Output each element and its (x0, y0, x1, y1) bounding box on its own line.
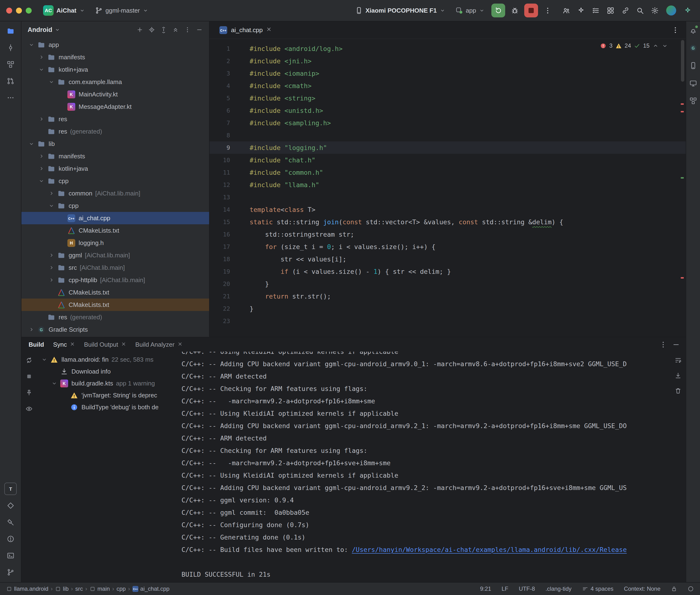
stop-button[interactable] (524, 4, 538, 18)
project-item-cpp[interactable]: cpp (22, 175, 209, 187)
code-line-8[interactable]: 8 (209, 129, 686, 141)
code-line-16[interactable]: 16 std::ostringstream str; (209, 228, 686, 240)
project-item-res[interactable]: res (22, 113, 209, 125)
breadcrumb-ai-chat-cpp[interactable]: C++ai_chat.cpp (133, 586, 170, 592)
code-line-6[interactable]: 6#include <unistd.h> (209, 104, 686, 117)
chevron-right-icon[interactable] (36, 54, 47, 60)
run-configuration-selector[interactable]: app (452, 5, 488, 16)
editor-scrollbar[interactable] (681, 40, 684, 82)
project-item-ggml[interactable]: ggml[AiChat.lib.main] (22, 249, 209, 261)
project-item-cmakelists-txt[interactable]: CMakeLists.txt (22, 224, 209, 237)
chevron-right-icon[interactable] (36, 153, 47, 159)
ai-actions-icon[interactable] (575, 4, 587, 17)
zoom-window-button[interactable] (26, 8, 32, 13)
project-item-res[interactable]: res(generated) (22, 311, 209, 323)
code-line-9[interactable]: 9#include "logging.h" (209, 141, 686, 154)
project-item-res[interactable]: res(generated) (22, 125, 209, 138)
commit-tool-icon[interactable] (4, 41, 17, 54)
search-everywhere-icon[interactable] (634, 4, 646, 17)
project-view-selector[interactable]: Android (28, 26, 52, 34)
structure-tool-icon[interactable] (4, 58, 17, 70)
chevron-down-icon[interactable] (39, 357, 50, 363)
chevron-right-icon[interactable] (46, 190, 57, 196)
scroll-to-end-icon[interactable] (673, 370, 683, 381)
build-window-title[interactable]: Build (29, 341, 44, 348)
code-line-11[interactable]: 11#include "common.h" (209, 166, 686, 178)
hide-build-panel-icon[interactable] (670, 339, 681, 350)
code-line-19[interactable]: 19 if (i < values.size() - 1) { str << d… (209, 265, 686, 278)
todo-checklist-icon[interactable] (589, 4, 602, 17)
build-item-llama-android-fin[interactable]: llama.android: fin22 sec, 583 ms (37, 353, 177, 366)
collapse-all-icon[interactable] (170, 24, 181, 35)
code-line-10[interactable]: 10#include "chat.h" (209, 154, 686, 166)
project-item-cmakelists-txt[interactable]: CMakeLists.txt (22, 286, 209, 299)
more-run-options-icon[interactable] (541, 4, 554, 17)
settings-icon[interactable] (648, 4, 661, 17)
context-setting[interactable]: Context: None (624, 586, 661, 592)
code-line-23[interactable]: 23 (209, 315, 686, 327)
code-line-5[interactable]: 5#include <string> (209, 92, 686, 104)
close-tab-icon[interactable] (121, 341, 126, 348)
chevron-right-icon[interactable] (46, 252, 57, 258)
debug-button[interactable] (508, 4, 521, 17)
panel-options-icon[interactable] (182, 24, 193, 35)
project-item-cpp-httplib[interactable]: cpp-httplib[AiChat.lib.main] (22, 274, 209, 286)
project-item-lib[interactable]: lib (22, 138, 209, 150)
sync-remote-icon[interactable] (619, 4, 632, 17)
chevron-down-icon[interactable] (46, 79, 57, 85)
breadcrumb-llama-android[interactable]: llama.android (6, 586, 48, 592)
build-tab-build-analyzer[interactable]: Build Analyzer (135, 341, 183, 348)
terminal-tool-icon[interactable] (4, 549, 17, 562)
project-item-cmakelists-txt[interactable]: CMakeLists.txt (22, 299, 209, 311)
chevron-down-icon[interactable] (26, 141, 37, 147)
project-tree[interactable]: appmanifestskotlin+javacom.example.llama… (22, 38, 209, 337)
project-item-com-example-llama[interactable]: com.example.llama (22, 76, 209, 88)
build-tool-icon[interactable] (4, 516, 17, 528)
inspections-widget[interactable]: 3 24 15 (597, 41, 670, 50)
close-tab-icon[interactable] (266, 26, 272, 34)
close-tab-icon[interactable] (70, 341, 75, 348)
project-item-kotlin-java[interactable]: kotlin+java (22, 162, 209, 175)
build-tab-build-output[interactable]: Build Output (84, 341, 126, 348)
chevron-down-icon[interactable] (26, 42, 37, 48)
gradle-icon[interactable]: G (688, 42, 699, 53)
add-icon[interactable] (134, 24, 145, 35)
build-tree[interactable]: llama.android: fin22 sec, 583 msDownload… (37, 352, 177, 582)
clang-tidy-status[interactable]: .clang-tidy (545, 586, 571, 592)
code-line-18[interactable]: 18 str << values[i]; (209, 253, 686, 265)
build-output-path-link[interactable]: /Users/hanyin/Workspace/ai-chat/examples… (352, 546, 627, 553)
chevron-down-icon[interactable] (36, 66, 47, 73)
preview-icon[interactable] (24, 403, 34, 414)
project-item-src[interactable]: src[AiChat.lib.main] (22, 261, 209, 274)
error-stripe[interactable] (679, 39, 686, 337)
more-tool-windows-icon[interactable] (4, 91, 17, 104)
plugins-icon[interactable] (604, 4, 617, 17)
breadcrumb-lib[interactable]: lib (55, 586, 68, 592)
build-tab-sync[interactable]: Sync (53, 341, 75, 348)
branch-selector[interactable]: ggml-master (92, 5, 152, 16)
file-encoding[interactable]: UTF-8 (519, 586, 535, 592)
project-item-logging-h[interactable]: Hlogging.h (22, 237, 209, 249)
chevron-down-icon[interactable] (36, 178, 47, 184)
chevron-down-icon[interactable] (55, 27, 60, 33)
running-devices-icon[interactable] (688, 78, 699, 89)
close-tab-icon[interactable] (177, 341, 183, 348)
chevron-right-icon[interactable] (36, 116, 47, 122)
project-item-cpp[interactable]: cpp (22, 200, 209, 212)
sync-icon[interactable] (24, 355, 34, 366)
previous-issue-icon[interactable] (652, 42, 659, 49)
caret-position[interactable]: 9:21 (480, 586, 491, 592)
project-item-messageadapter-kt[interactable]: KMessageAdapter.kt (22, 101, 209, 113)
chevron-down-icon[interactable] (46, 203, 57, 209)
code-editor[interactable]: 1#include <android/log.h>2#include <jni.… (209, 39, 686, 337)
code-line-3[interactable]: 3#include <iomanip> (209, 67, 686, 80)
project-item-app[interactable]: app (22, 38, 209, 51)
user-avatar[interactable] (666, 5, 676, 16)
version-control-tool-icon[interactable] (4, 566, 17, 578)
code-line-22[interactable]: 22} (209, 302, 686, 315)
code-line-12[interactable]: 12#include "llama.h" (209, 178, 686, 191)
build-item--jvmtarget-string-is-deprec[interactable]: 'jvmTarget: String' is deprec (37, 389, 177, 401)
expand-all-icon[interactable] (158, 24, 169, 35)
stripe-marker[interactable] (681, 111, 684, 112)
close-window-button[interactable] (6, 8, 12, 13)
